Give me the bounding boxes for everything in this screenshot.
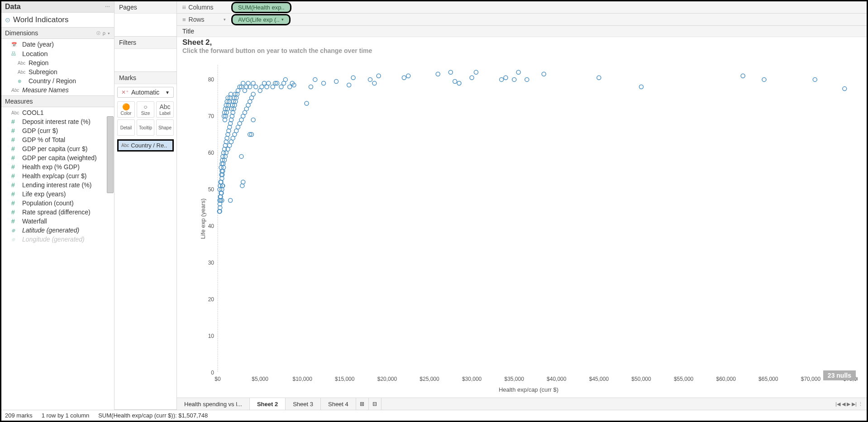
scrollbar-thumb[interactable] [107,116,114,193]
svg-point-166 [542,72,546,76]
svg-point-160 [474,70,478,74]
svg-point-164 [516,70,520,74]
measure-field[interactable]: #Life exp (years) [1,190,114,199]
filters-shelf[interactable] [114,49,176,71]
measure-field[interactable]: #Health exp/cap (curr $) [1,171,114,180]
measure-field[interactable]: #GDP per capita (curr $) [1,144,114,153]
data-tab-header[interactable]: Data ⋯ [1,1,114,13]
svg-point-172 [843,87,847,91]
title-label: Title [177,26,867,37]
svg-point-165 [525,77,529,81]
measure-field[interactable]: #Population (count) [1,199,114,208]
data-menu-icon[interactable]: ⋯ [105,4,110,10]
dimension-field[interactable]: 品Location [1,49,114,58]
dimensions-tools[interactable]: ⦾ ρ ▾ [96,30,110,36]
svg-point-156 [448,70,453,74]
mark-type-selector[interactable]: ✕⁺ Automatic ▼ [117,87,174,98]
nulls-indicator[interactable]: 23 nulls [823,370,856,380]
svg-point-150 [368,77,372,81]
svg-text:$25,000: $25,000 [420,376,439,382]
columns-shelf[interactable]: iii Columns SUM(Health exp.. [177,1,867,14]
tab-nav[interactable]: |◀ ◀ ▶ ▶| ⋮ [832,398,867,410]
svg-text:70: 70 [208,113,215,119]
mark-detail[interactable]: Detail [117,119,135,136]
pages-shelf[interactable] [114,14,176,36]
measure-field[interactable]: #Deposit interest rate (%) [1,117,114,126]
columns-pill[interactable]: SUM(Health exp.. [231,2,291,13]
field-type-icon: Abc [18,70,26,75]
field-type-icon: ⊕ [18,79,26,84]
filters-card: Filters [114,37,176,72]
svg-text:$65,000: $65,000 [758,376,778,382]
mark-color[interactable]: 🟠Color [117,101,135,118]
field-type-icon: # [11,172,19,180]
dimension-field[interactable]: AbcRegion [1,58,114,67]
svg-point-170 [762,77,766,81]
measure-field[interactable]: ⊕Longitude (generated) [1,235,114,244]
rows-pill[interactable]: AVG(Life exp (.. ▾ [231,14,291,25]
viz-title[interactable]: Sheet 2, [177,37,867,47]
dimension-field[interactable]: 📅Date (year) [1,40,114,49]
measure-field[interactable]: #GDP % of Total [1,135,114,144]
new-sheet-button[interactable]: ⊞ [356,398,369,410]
mark-tooltip[interactable]: Tooltip [137,119,154,136]
measures-header: Measures [1,95,114,107]
svg-text:80: 80 [208,76,215,83]
field-type-icon: # [11,136,19,143]
svg-point-171 [813,77,817,81]
field-type-icon: 品 [11,51,19,57]
mark-properties-grid: 🟠Color○SizeAbcLabelDetailTooltipShape [117,101,174,136]
field-type-icon: Abc [11,88,19,93]
svg-point-154 [406,74,410,78]
svg-text:50: 50 [208,186,215,193]
sheet-tab[interactable]: Sheet 4 [321,398,356,410]
svg-text:$60,000: $60,000 [716,376,736,382]
data-pane: Data ⋯ ⊙ World Indicators Dimensions ⦾ ρ… [1,1,114,410]
rows-shelf[interactable]: ≡ Rows ▾ AVG(Life exp (.. ▾ [177,14,867,26]
dimension-field[interactable]: ⊕Country / Region [1,76,114,85]
new-dashboard-button[interactable]: ⊟ [369,398,382,410]
measure-field[interactable]: #Health exp (% GDP) [1,162,114,171]
sheet-tab[interactable]: Sheet 3 [286,398,321,410]
field-type-icon: # [11,199,19,207]
svg-point-162 [504,76,508,80]
sheet-tab[interactable]: Sheet 2 [250,398,286,410]
svg-point-131 [262,81,266,85]
chevron-down-icon: ▼ [165,90,170,95]
mark-shape[interactable]: Shape [156,119,174,136]
dimension-field[interactable]: AbcSubregion [1,67,114,76]
svg-text:$20,000: $20,000 [377,376,397,382]
measure-field[interactable]: ⊕Latitude (generated) [1,226,114,235]
svg-point-163 [512,77,516,81]
measure-field[interactable]: #GDP (curr $) [1,126,114,135]
mark-size[interactable]: ○Size [137,101,154,118]
svg-point-158 [457,81,461,85]
svg-point-169 [741,74,745,78]
measure-field[interactable]: #Lending interest rate (%) [1,180,114,190]
field-type-icon: # [11,118,19,125]
svg-point-152 [377,74,381,78]
field-type-icon: Abc [11,110,19,115]
measure-field[interactable]: #GDP per capita (weighted) [1,153,114,162]
chart-area[interactable]: 01020304050607080$0$5,000$10,000$15,000$… [177,56,867,398]
marks-detail-pill[interactable]: Abc Country / Re.. [117,139,174,152]
sheet-tab[interactable]: Health spending vs l... [177,398,250,410]
columns-icon: iii [182,5,186,10]
field-type-icon: # [11,154,19,161]
svg-text:$5,000: $5,000 [252,376,268,382]
measure-field[interactable]: AbcCOOL1 [1,108,114,117]
rows-dropdown-icon[interactable]: ▾ [224,17,226,22]
svg-text:$10,000: $10,000 [293,376,313,382]
svg-point-60 [239,154,243,158]
measure-field[interactable]: #Waterfall [1,217,114,226]
svg-point-47 [241,180,245,184]
datasource-name[interactable]: ⊙ World Indicators [1,13,114,27]
dimension-field[interactable]: AbcMeasure Names [1,85,114,95]
svg-point-143 [305,101,309,105]
measure-field[interactable]: #Rate spread (difference) [1,208,114,217]
svg-point-161 [500,77,504,81]
svg-point-35 [229,199,233,203]
dimensions-list: 📅Date (year)品LocationAbcRegionAbcSubregi… [1,39,114,95]
svg-point-130 [260,85,264,89]
mark-label[interactable]: AbcLabel [156,101,174,118]
